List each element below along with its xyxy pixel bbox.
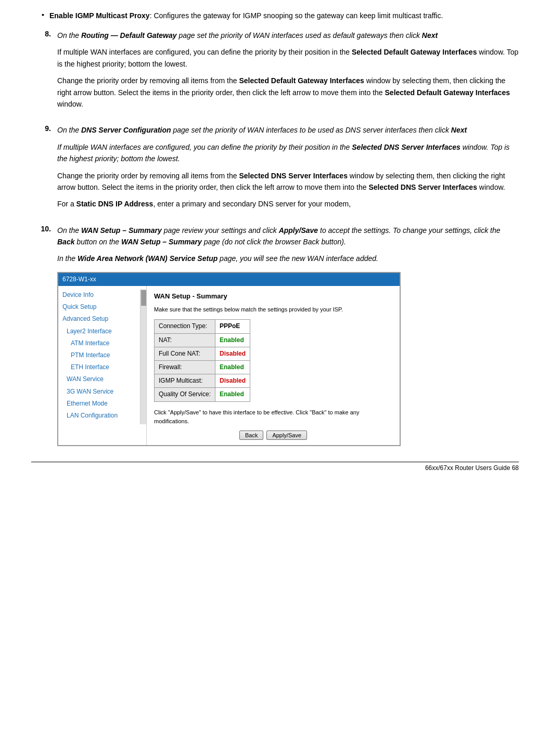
value-connection-type: PPPoE: [215, 320, 250, 333]
label-full-cone-nat: Full Cone NAT:: [155, 347, 215, 360]
bullet-igmp-text: Enable IGMP Multicast Proxy: Configures …: [49, 10, 443, 21]
value-firewall: Enabled: [215, 361, 250, 374]
router-footer-text: Click "Apply/Save" to have this interfac…: [154, 408, 392, 426]
sidebar-item-ptm-interface[interactable]: PTM Interface: [58, 349, 146, 361]
igmp-description: : Configures the gateway for IGMP snoopi…: [150, 11, 443, 20]
table-row-qos: Quality Of Service: Enabled: [155, 388, 250, 401]
router-main: WAN Setup - Summary Make sure that the s…: [147, 286, 400, 445]
section-8-number: 8.: [31, 30, 57, 115]
apply-save-button[interactable]: Apply/Save: [266, 431, 307, 440]
label-firewall: Firewall:: [155, 361, 215, 374]
router-sidebar-scroll: Device Info Quick Setup Advanced Setup L…: [58, 289, 146, 424]
label-qos: Quality Of Service:: [155, 388, 215, 401]
bullet-igmp: ▪ Enable IGMP Multicast Proxy: Configure…: [31, 10, 519, 21]
sidebar-item-layer2-interface[interactable]: Layer2 Interface: [58, 325, 146, 337]
sidebar-item-ethernet-mode[interactable]: Ethernet Mode: [58, 398, 146, 410]
scrollbar-thumb: [141, 290, 146, 306]
table-row-nat: NAT: Enabled: [155, 333, 250, 347]
table-row-igmp-multicast: IGMP Multicast: Disabled: [155, 374, 250, 388]
section-10-content: On the WAN Setup – Summary page review y…: [57, 225, 519, 446]
sidebar-item-quick-setup[interactable]: Quick Setup: [58, 301, 146, 313]
igmp-term: Enable IGMP Multicast Proxy: [49, 11, 150, 20]
page-footer: 66xx/67xx Router Users Guide 68: [31, 462, 519, 472]
section-10: 10. On the WAN Setup – Summary page revi…: [31, 225, 519, 446]
sidebar-item-wan-service[interactable]: WAN Service: [58, 373, 146, 385]
scrollbar[interactable]: [140, 289, 146, 424]
section-10-p2: In the Wide Area Network (WAN) Service S…: [57, 253, 519, 264]
value-igmp-multicast: Disabled: [215, 374, 250, 388]
router-body: Device Info Quick Setup Advanced Setup L…: [58, 286, 400, 445]
section-9-content: On the DNS Server Configuration page set…: [57, 124, 519, 215]
section-8-intro: On the Routing — Default Gateway page se…: [57, 30, 519, 41]
label-nat: NAT:: [155, 333, 215, 347]
section-8-p2: Change the priority order by removing al…: [57, 75, 519, 110]
section-9-p3: For a Static DNS IP Address, enter a pri…: [57, 198, 519, 210]
section-8-p1: If multiple WAN interfaces are configure…: [57, 46, 519, 70]
section-9-p2: Change the priority order by removing al…: [57, 170, 519, 193]
label-igmp-multicast: IGMP Multicast:: [155, 374, 215, 388]
section-8: 8. On the Routing — Default Gateway page…: [31, 30, 519, 115]
sidebar-item-device-info[interactable]: Device Info: [58, 289, 146, 301]
sidebar-item-lan-configuration[interactable]: LAN Configuration: [58, 410, 146, 422]
value-full-cone-nat: Disabled: [215, 347, 250, 360]
section-9: 9. On the DNS Server Configuration page …: [31, 124, 519, 215]
summary-table: Connection Type: PPPoE NAT: Enabled Full…: [154, 319, 250, 401]
section-9-intro: On the DNS Server Configuration page set…: [57, 124, 519, 136]
router-main-subtitle: Make sure that the settings below match …: [154, 305, 392, 315]
section-8-content: On the Routing — Default Gateway page se…: [57, 30, 519, 115]
value-qos: Enabled: [215, 388, 250, 401]
section-10-number: 10.: [31, 225, 57, 446]
router-sidebar: Device Info Quick Setup Advanced Setup L…: [58, 286, 147, 445]
table-row-full-cone-nat: Full Cone NAT: Disabled: [155, 347, 250, 360]
bullet-symbol: ▪: [42, 10, 44, 21]
footer-text: 66xx/67xx Router Users Guide 68: [425, 464, 519, 472]
table-row-firewall: Firewall: Enabled: [155, 361, 250, 374]
router-screenshot: 6728-W1-xx Device Info Quick Setup Advan…: [57, 272, 401, 446]
section-9-number: 9.: [31, 124, 57, 215]
router-main-title: WAN Setup - Summary: [154, 291, 392, 302]
value-nat: Enabled: [215, 333, 250, 347]
back-button[interactable]: Back: [239, 431, 263, 440]
sidebar-item-eth-interface[interactable]: ETH Interface: [58, 361, 146, 373]
section-9-p1: If multiple WAN interfaces are configure…: [57, 141, 519, 165]
label-connection-type: Connection Type:: [155, 320, 215, 333]
router-buttons: Back Apply/Save: [154, 431, 392, 440]
table-row-connection-type: Connection Type: PPPoE: [155, 320, 250, 333]
sidebar-item-advanced-setup[interactable]: Advanced Setup: [58, 313, 146, 325]
sidebar-item-3g-wan-service[interactable]: 3G WAN Service: [58, 386, 146, 398]
sidebar-item-nat[interactable]: NAT: [58, 422, 146, 424]
router-titlebar: 6728-W1-xx: [58, 273, 400, 286]
section-10-p1: On the WAN Setup – Summary page review y…: [57, 225, 519, 248]
sidebar-item-atm-interface[interactable]: ATM Interface: [58, 337, 146, 349]
